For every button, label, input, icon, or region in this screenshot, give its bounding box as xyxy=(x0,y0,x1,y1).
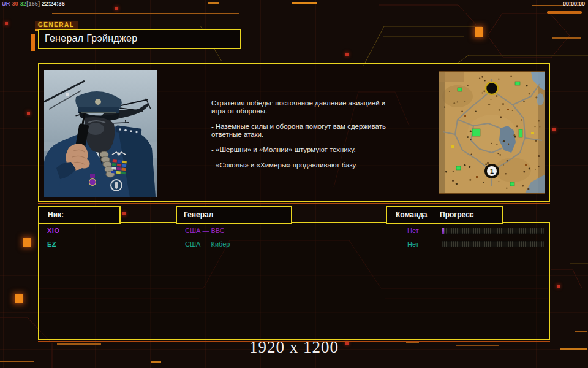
briefing-paragraph: - «Шершни» и «Молнии» штурмуют технику. xyxy=(211,146,390,154)
player-row: XIO США — ВВС Нет xyxy=(39,226,549,237)
team-header-label: Команда xyxy=(396,210,427,219)
portrait-art xyxy=(44,70,157,197)
player-team: Нет xyxy=(407,227,419,234)
player-team: Нет xyxy=(407,240,419,248)
briefing-paragraph: - «Соколы» и «Химеры» продавливают базу. xyxy=(211,161,390,169)
column-header-team-progress: Команда Прогресс xyxy=(386,206,503,224)
decor-square xyxy=(27,112,30,115)
general-title-box: Генерал Грэйнджер xyxy=(38,29,241,49)
nick-header-label: Ник: xyxy=(48,210,64,219)
game-lobby-screen: UR3032[165]22:24:36 00:00:00 GENERAL Ген… xyxy=(0,0,588,368)
decor-square xyxy=(123,212,126,215)
decor-square xyxy=(552,128,556,131)
decor-square xyxy=(5,22,8,25)
spawn-point-1: 1 xyxy=(484,164,499,178)
decor-square xyxy=(345,53,349,56)
net-stat3: [165] xyxy=(26,1,40,7)
local-time: 22:24:36 xyxy=(42,1,65,7)
network-status: UR3032[165]22:24:36 xyxy=(2,1,67,7)
net-label: UR xyxy=(2,1,10,7)
decor-square xyxy=(15,294,23,303)
medal-icon xyxy=(89,174,96,186)
decor-square xyxy=(557,285,560,288)
general-name: Генерал Грэйнджер xyxy=(45,33,137,44)
strategy-briefing: Стратегия победы: постоянное давление ав… xyxy=(211,99,390,177)
net-stat2: 32 xyxy=(20,1,26,7)
map-art: 1 xyxy=(439,72,545,193)
title-accent-bar xyxy=(31,34,35,51)
game-timer: 00:00:00 xyxy=(563,1,585,7)
decor-square xyxy=(475,27,483,37)
decor-square xyxy=(23,238,31,247)
player-row: EZ США — Кибер Нет xyxy=(39,239,549,250)
briefing-paragraph: Стратегия победы: постоянное давление ав… xyxy=(211,99,390,115)
decor-square xyxy=(115,7,118,10)
map-preview: 1 xyxy=(439,71,545,194)
spawn-point-top xyxy=(486,82,498,94)
player-progress-bar xyxy=(442,241,544,247)
progress-fill xyxy=(442,228,444,234)
net-stat1: 30 xyxy=(12,1,18,7)
svg-text:1: 1 xyxy=(490,167,494,175)
player-nick: EZ xyxy=(47,240,56,248)
briefing-paragraph: - Наземные силы и оборона помогут вам сд… xyxy=(211,123,390,139)
general-portrait xyxy=(44,70,157,197)
player-general: США — ВВС xyxy=(185,227,225,234)
column-header-general: Генерал xyxy=(176,206,292,224)
player-nick: XIO xyxy=(47,227,59,234)
general-header-label: Генерал xyxy=(184,210,213,219)
progress-header-label: Прогресс xyxy=(440,210,473,219)
player-general: США — Кибер xyxy=(185,240,230,248)
column-header-nick: Ник: xyxy=(38,206,121,224)
resolution-label: 1920 x 1200 xyxy=(0,338,588,357)
general-profile-panel: Стратегия победы: постоянное давление ав… xyxy=(38,63,550,202)
player-progress-bar xyxy=(442,228,544,234)
player-list-panel: XIO США — ВВС Нет EZ США — Кибер Нет xyxy=(38,222,550,340)
